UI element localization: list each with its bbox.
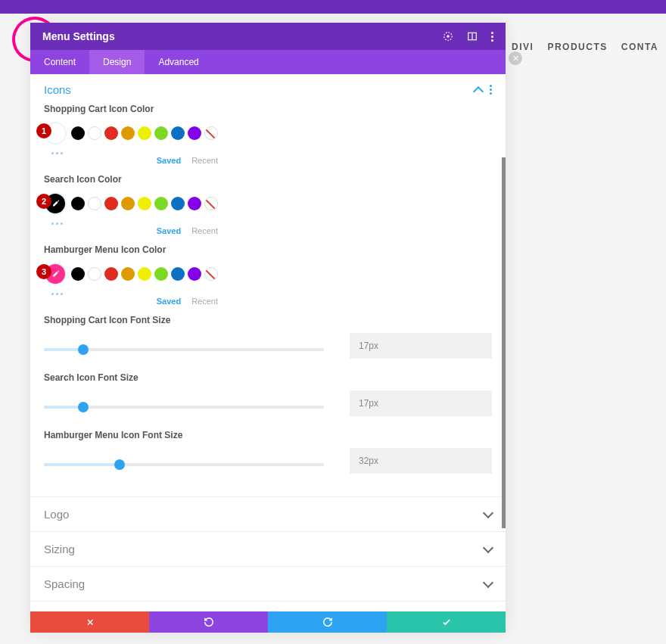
site-topbar xyxy=(0,0,666,14)
